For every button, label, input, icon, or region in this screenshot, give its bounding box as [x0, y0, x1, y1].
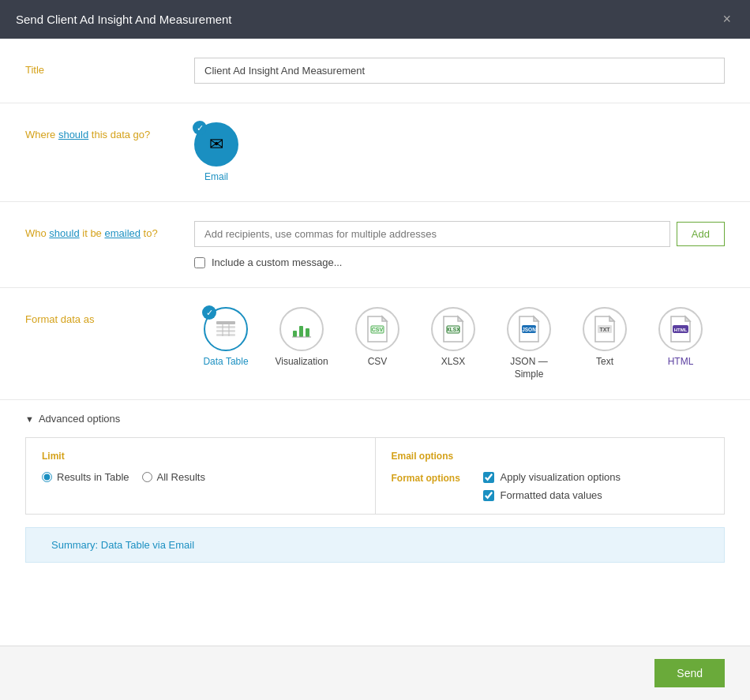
html-label: HTML: [668, 356, 694, 369]
advanced-section: ▼ Advanced options Limit Results in Tabl…: [0, 400, 750, 527]
recipients-content: Add Include a custom message...: [194, 221, 725, 268]
dialog-title: Send Client Ad Insight And Measurement: [16, 13, 232, 26]
format-text-option[interactable]: TXT Text: [573, 307, 636, 369]
html-circle: HTML: [658, 307, 703, 351]
summary-wrapper: Summary: Data Table via Email: [0, 527, 750, 575]
email-options-row: Format options Apply visualization optio…: [392, 471, 709, 501]
advanced-limit: Limit Results in Table All Results: [26, 438, 376, 514]
formatted-data-option[interactable]: Formatted data values: [483, 489, 621, 501]
formatted-data-label: Formatted data values: [501, 489, 602, 501]
close-button[interactable]: ×: [719, 11, 734, 28]
email-options-title: Email options: [392, 451, 709, 462]
limit-all-results[interactable]: All Results: [142, 471, 205, 483]
recipients-input-row: Add: [194, 221, 725, 247]
csv-label: CSV: [368, 356, 388, 369]
destination-section: Where should this data go? ✓ ✉ Email: [0, 103, 750, 202]
json-circle: JSON: [507, 307, 551, 351]
xlsx-label: XLSX: [441, 356, 466, 369]
summary-bar: Summary: Data Table via Email: [25, 527, 725, 563]
advanced-toggle-label: Advanced options: [39, 413, 120, 425]
datatable-check: ✓: [202, 305, 216, 320]
svg-text:XLSX: XLSX: [447, 327, 461, 332]
html-icon: HTML: [668, 315, 693, 343]
title-label: Title: [25, 58, 175, 76]
csv-circle: CSV: [355, 307, 399, 351]
format-options-label: Format options: [392, 471, 471, 484]
dialog: Send Client Ad Insight And Measurement ×…: [0, 0, 750, 700]
xlsx-icon: XLSX: [441, 315, 466, 343]
limit-title: Limit: [42, 451, 359, 462]
custom-message-label: Include a custom message...: [212, 256, 342, 268]
results-in-table-label: Results in Table: [57, 471, 129, 483]
all-results-radio[interactable]: [142, 472, 152, 482]
json-label: JSON — Simple: [497, 356, 561, 380]
visualization-label: Visualization: [275, 356, 328, 369]
format-visualization-option[interactable]: Visualization: [270, 307, 333, 369]
email-icon: ✉: [209, 134, 223, 155]
title-input[interactable]: [194, 58, 725, 84]
dialog-body: Title Where should this data go? ✓: [0, 39, 750, 646]
svg-rect-7: [299, 326, 303, 337]
json-icon: JSON: [516, 315, 542, 343]
email-check-badge: ✓: [193, 121, 207, 135]
format-xlsx-option[interactable]: XLSX XLSX: [422, 307, 485, 369]
visualization-circle: [279, 307, 324, 351]
text-icon: TXT: [592, 315, 617, 343]
datatable-circle: ✓: [204, 307, 248, 351]
datatable-icon: [215, 320, 237, 339]
svg-rect-3: [216, 334, 235, 336]
datatable-label: Data Table: [203, 356, 248, 369]
send-button[interactable]: Send: [654, 659, 725, 687]
apply-viz-checkbox[interactable]: [483, 472, 494, 483]
svg-text:HTML: HTML: [674, 328, 688, 332]
dialog-footer: Send: [0, 646, 750, 700]
dialog-header: Send Client Ad Insight And Measurement ×: [0, 0, 750, 39]
limit-results-in-table[interactable]: Results in Table: [42, 471, 129, 483]
format-label: Format data as: [25, 307, 175, 325]
svg-rect-0: [216, 321, 235, 324]
format-row: Format data as ✓: [25, 307, 725, 380]
destination-row: Where should this data go? ✓ ✉ Email: [25, 122, 725, 182]
add-recipient-button[interactable]: Add: [677, 222, 725, 246]
title-content: [194, 58, 725, 84]
email-opt-checks: Apply visualization options Formatted da…: [483, 471, 621, 501]
svg-rect-1: [216, 326, 235, 328]
visualization-icon: [291, 320, 313, 339]
svg-text:TXT: TXT: [599, 327, 610, 332]
email-label: Email: [204, 171, 228, 182]
advanced-content: Limit Results in Table All Results: [25, 437, 725, 515]
advanced-toggle[interactable]: ▼ Advanced options: [25, 413, 725, 425]
advanced-toggle-arrow: ▼: [25, 414, 34, 424]
destination-email-option[interactable]: ✓ ✉ Email: [194, 122, 238, 182]
custom-message-checkbox[interactable]: [194, 257, 205, 268]
format-csv-option[interactable]: CSV CSV: [346, 307, 409, 369]
svg-rect-6: [293, 331, 297, 337]
title-section: Title: [0, 39, 750, 103]
results-in-table-radio[interactable]: [42, 472, 52, 482]
recipients-label: Who should it be emailed to?: [25, 221, 175, 239]
formatted-data-checkbox[interactable]: [483, 490, 494, 501]
title-row: Title: [25, 58, 725, 84]
recipients-input[interactable]: [194, 221, 670, 247]
destination-content: ✓ ✉ Email: [194, 122, 725, 182]
format-icons: ✓ Data Table: [194, 307, 725, 380]
format-html-option[interactable]: HTML HTML: [649, 307, 712, 369]
apply-viz-option[interactable]: Apply visualization options: [483, 471, 621, 483]
destination-label: Where should this data go?: [25, 122, 175, 140]
xlsx-circle: XLSX: [431, 307, 475, 351]
custom-message-row: Include a custom message...: [194, 256, 725, 268]
text-circle: TXT: [583, 307, 627, 351]
email-circle: ✓ ✉: [194, 122, 238, 167]
format-json-option[interactable]: JSON JSON — Simple: [497, 307, 561, 380]
destination-icons: ✓ ✉ Email: [194, 122, 725, 182]
svg-text:JSON: JSON: [522, 327, 536, 332]
recipients-section: Who should it be emailed to? Add Include…: [0, 202, 750, 288]
csv-icon: CSV: [365, 315, 390, 343]
format-datatable-option[interactable]: ✓ Data Table: [194, 307, 257, 369]
format-content: ✓ Data Table: [194, 307, 725, 380]
format-section: Format data as ✓: [0, 288, 750, 400]
text-label: Text: [596, 356, 613, 369]
svg-rect-8: [306, 328, 309, 337]
svg-rect-2: [216, 330, 235, 332]
advanced-email-options: Email options Format options Apply visua…: [376, 438, 725, 514]
